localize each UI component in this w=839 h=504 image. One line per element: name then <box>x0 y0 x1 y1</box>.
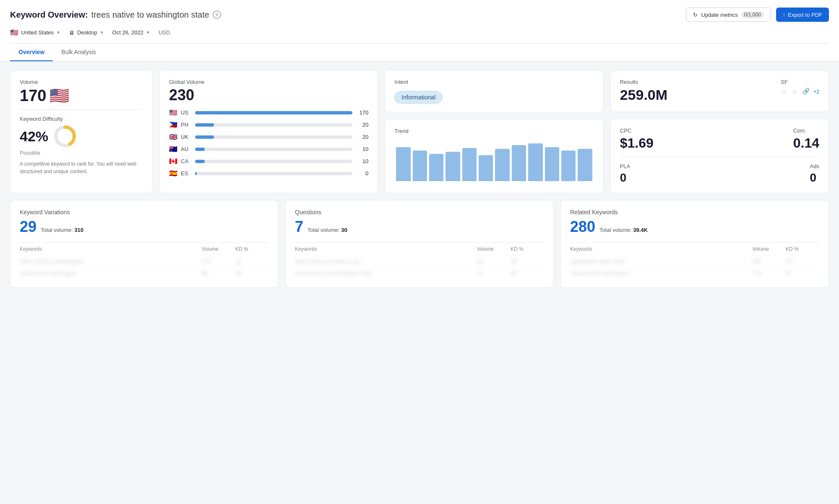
pla-col: PLA 0 <box>620 163 631 184</box>
val-au: 10 <box>356 146 368 152</box>
global-volume-card: Global Volume 230 🇺🇸 US 170 🇵🇭 PH <box>159 70 378 193</box>
col-kd: KD % <box>786 246 819 252</box>
results-header: Results 259.0M SF ☆ ☆ 🔗 +2 <box>620 79 819 103</box>
volume-flag: 🇺🇸 <box>50 88 69 104</box>
title-keyword: trees native to washington state <box>91 10 209 20</box>
sf-label: SF <box>781 79 819 85</box>
q-table-header: Keywords Volume KD % <box>295 242 544 255</box>
kd-donut-chart <box>53 125 77 148</box>
trend-bar-item <box>495 149 509 181</box>
val-uk: 20 <box>356 134 368 140</box>
sf-icons: ☆ ☆ 🔗 +2 <box>781 88 819 96</box>
bar-fill-ph <box>195 123 214 127</box>
rk-table-header: Keywords Volume KD % <box>570 242 819 255</box>
filters-row: 🇺🇸 United States ▼ 🖥 Desktop ▼ Oct 26, 2… <box>10 27 829 43</box>
export-pdf-button[interactable]: ↑ Export to PDF <box>776 8 829 22</box>
gv-value: 230 <box>169 88 368 103</box>
list-item: 🇨🇦 CA 10 <box>169 157 368 165</box>
trend-bar-item <box>512 145 526 181</box>
kd-level: Possible <box>20 150 143 156</box>
flag-au: 🇦🇺 <box>169 145 177 153</box>
middle-col: Intent Informational Trend <box>385 70 603 193</box>
col-volume: Volume <box>752 246 786 252</box>
rk-total: Total volume: 39.4K <box>599 227 648 233</box>
rk-total-val: 39.4K <box>633 227 648 233</box>
country-rows: 🇺🇸 US 170 🇵🇭 PH 20 🇬🇧 <box>169 109 368 177</box>
table-row: native trees of washington state 10 30 <box>295 267 544 279</box>
table-row: trees native to washington 170 42 <box>20 255 269 267</box>
update-metrics-label: Update metrics <box>701 12 737 18</box>
divider <box>620 157 819 157</box>
link-icon: 🔗 <box>803 88 811 96</box>
q-count: 7 <box>295 218 303 236</box>
bar-fill-es <box>195 172 197 175</box>
star-outline-icon: ☆ <box>781 88 789 96</box>
title-prefix: Keyword Overview: <box>10 10 88 20</box>
bar-bg-ca <box>195 160 352 163</box>
col-volume: Volume <box>202 246 235 252</box>
trend-bar-item <box>561 151 576 181</box>
cpc-value: $1.69 <box>620 135 654 151</box>
kv-total: Total volume: 310 <box>41 227 83 233</box>
sf-plus[interactable]: +2 <box>813 89 819 95</box>
cpc-card: CPC $1.69 Com. 0.14 PLA 0 Ads <box>610 119 829 193</box>
trend-bar-item <box>545 147 559 181</box>
gv-label: Global Volume <box>169 79 368 85</box>
val-ca: 10 <box>356 158 368 164</box>
table-row: washington state trees 390 44 <box>570 255 819 267</box>
device-label: Desktop <box>77 29 97 36</box>
kd-value-row: 42% <box>20 125 143 148</box>
list-item: 🇦🇺 AU 10 <box>169 145 368 153</box>
flag-us: 🇺🇸 <box>169 109 177 117</box>
results-value: 259.0M <box>620 87 667 103</box>
trend-label: Trend <box>394 128 594 134</box>
trend-bar-item <box>446 152 460 181</box>
flag-es: 🇪🇸 <box>169 169 177 177</box>
list-item: 🇵🇭 PH 20 <box>169 121 368 129</box>
page-title: Keyword Overview: trees native to washin… <box>10 10 221 20</box>
questions-card: Questions 7 Total volume: 30 Keywords Vo… <box>285 200 554 288</box>
flag-uk: 🇬🇧 <box>169 133 177 141</box>
tab-bulk-analysis[interactable]: Bulk Analysis <box>53 44 104 61</box>
kv-title: Keyword Variations <box>20 209 269 216</box>
results-card: Results 259.0M SF ☆ ☆ 🔗 +2 <box>610 70 829 112</box>
add-keyword-icon[interactable]: + <box>213 10 221 19</box>
code-uk: UK <box>181 134 192 140</box>
code-us: US <box>181 109 192 116</box>
code-au: AU <box>181 146 192 152</box>
trend-card: Trend <box>385 119 603 193</box>
volume-value: 170 🇺🇸 <box>20 88 143 104</box>
device-chevron-icon: ▼ <box>100 30 104 35</box>
col-keywords: Keywords <box>295 246 477 252</box>
related-keywords-card: Related Keywords 280 Total volume: 39.4K… <box>560 200 829 288</box>
bar-bg-au <box>195 148 352 151</box>
ads-label: Ads <box>810 163 819 169</box>
top-cards-row: Volume 170 🇺🇸 Keyword Difficulty 42% <box>10 70 829 193</box>
right-col: Results 259.0M SF ☆ ☆ 🔗 +2 <box>610 70 829 193</box>
col-volume: Volume <box>477 246 511 252</box>
trend-bar-item <box>479 155 493 181</box>
rk-title: Related Keywords <box>570 209 819 216</box>
update-metrics-button[interactable]: ↻ Update metrics 0/1,000 <box>686 8 771 22</box>
country-flag: 🇺🇸 <box>10 29 18 36</box>
currency-label: USD <box>159 29 170 36</box>
tabs-row: Overview Bulk Analysis <box>10 43 829 61</box>
table-row: native trees washington 90 38 <box>20 267 269 279</box>
ads-value: 0 <box>810 171 819 184</box>
tab-overview[interactable]: Overview <box>10 44 53 61</box>
col-kd: KD % <box>235 246 269 252</box>
val-ph: 20 <box>356 122 368 128</box>
header-actions: ↻ Update metrics 0/1,000 ↑ Export to PDF <box>686 8 829 22</box>
date-filter[interactable]: Oct 26, 2022 ▼ <box>112 28 150 37</box>
volume-kd-card: Volume 170 🇺🇸 Keyword Difficulty 42% <box>10 70 153 193</box>
com-col: Com. 0.14 <box>793 127 819 151</box>
sf-col: SF ☆ ☆ 🔗 +2 <box>781 79 819 96</box>
device-filter[interactable]: 🖥 Desktop ▼ <box>69 28 104 38</box>
kv-table-header: Keywords Volume KD % <box>20 242 269 255</box>
col-kd: KD % <box>511 246 544 252</box>
country-filter[interactable]: 🇺🇸 United States ▼ <box>10 27 60 38</box>
kd-section: Keyword Difficulty 42% Possible A compet… <box>20 116 143 175</box>
bar-bg-es <box>195 172 352 175</box>
flag-ca: 🇨🇦 <box>169 157 177 165</box>
val-us: 170 <box>356 109 368 116</box>
